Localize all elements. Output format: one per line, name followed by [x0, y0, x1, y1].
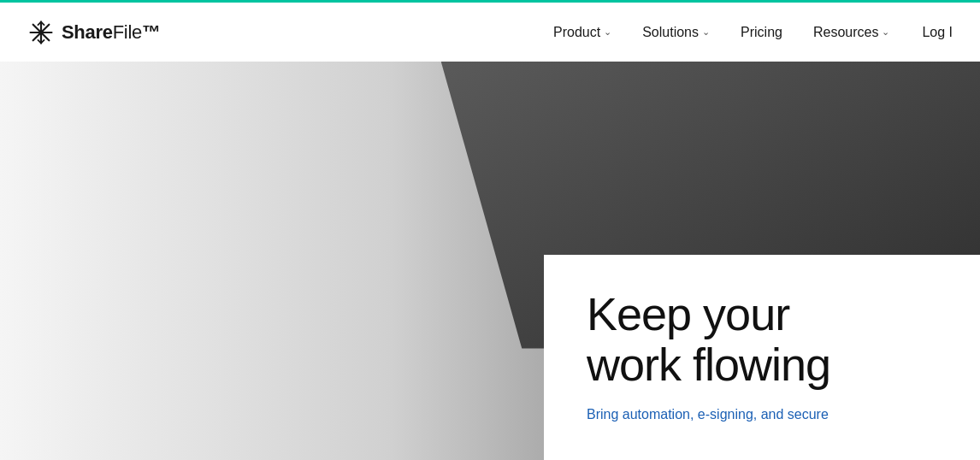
resources-chevron-icon: ⌄	[882, 27, 889, 38]
product-chevron-icon: ⌄	[604, 27, 611, 38]
nav-solutions-label: Solutions	[642, 25, 699, 40]
nav-product-label: Product	[553, 25, 600, 40]
nav-item-resources[interactable]: Resources ⌄	[801, 18, 901, 47]
nav-resources-link[interactable]: Resources ⌄	[801, 18, 901, 47]
hero-headline: Keep your work flowing	[587, 289, 946, 391]
logo-link[interactable]: ShareFile™	[27, 19, 161, 46]
nav-pricing-link[interactable]: Pricing	[729, 18, 794, 47]
nav-product-link[interactable]: Product ⌄	[541, 18, 623, 47]
nav-solutions-link[interactable]: Solutions ⌄	[630, 18, 722, 47]
hero-headline-line1: Keep your	[587, 288, 789, 339]
nav-pricing-label: Pricing	[741, 25, 782, 40]
navbar: ShareFile™ Product ⌄ Solutions ⌄ Pricing…	[0, 0, 980, 62]
nav-item-product[interactable]: Product ⌄	[541, 18, 623, 47]
nav-item-solutions[interactable]: Solutions ⌄	[630, 18, 722, 47]
nav-item-pricing[interactable]: Pricing	[729, 18, 794, 47]
hero-subtext: Bring automation, e-signing, and secure	[587, 404, 946, 425]
logo-text: ShareFile™	[62, 21, 161, 44]
logo-icon	[27, 19, 55, 46]
solutions-chevron-icon: ⌄	[702, 27, 710, 38]
hero-content-panel: Keep your work flowing Bring automation,…	[544, 255, 980, 460]
nav-resources-label: Resources	[813, 25, 878, 40]
hero-section: Keep your work flowing Bring automation,…	[0, 62, 980, 460]
hero-headline-line2: work flowing	[587, 339, 830, 390]
login-link[interactable]: Log I	[922, 25, 953, 40]
nav-links: Product ⌄ Solutions ⌄ Pricing Resources …	[541, 18, 901, 47]
